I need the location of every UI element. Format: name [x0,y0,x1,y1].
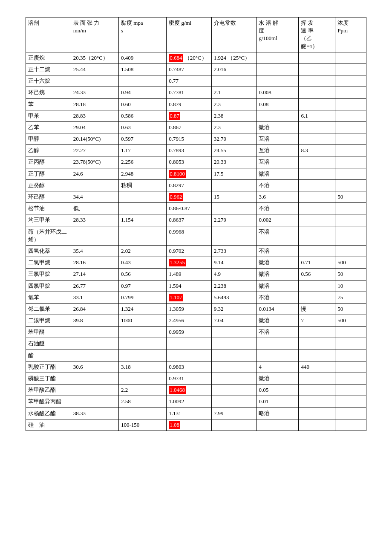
table-row: 四氯甲烷26.770.971.5942.238微溶10 [26,280,366,292]
cell-dielectric: 2.279 [211,214,257,226]
table-row: 磷酸三丁酯0.9731微溶 [26,373,366,384]
table-row: 茚（苯并环戊二烯）0.9968不溶 [26,226,366,245]
cell-viscosity [118,373,166,384]
cell-concentration: 50 [335,191,366,203]
cell-concentration [335,350,366,361]
cell-concentration [335,87,366,98]
cell-density: 0.9702 [167,245,212,257]
cell-viscosity: 0.63 [118,121,166,133]
cell-solvent-name: 乳酸正丁酯 [26,361,71,373]
table-row: 硅 油100-1501.08 [26,419,366,431]
cell-viscosity [118,327,166,338]
cell-surface-tension [71,350,118,361]
cell-solvent-name: 酯 [26,350,71,361]
cell-density: 0.77 [167,75,212,87]
cell-dielectric: 20.33 [211,156,257,168]
cell-solvent-name: 环己烷 [26,87,71,98]
cell-water-solubility: 微溶 [257,168,299,179]
cell-viscosity: 1000 [118,315,166,327]
cell-water-solubility: 0.0134 [257,303,299,315]
cell-solvent-name: 乙醇 [26,145,71,156]
cell-viscosity: 3.18 [118,361,166,373]
cell-dielectric: 2.016 [211,64,257,75]
cell-density: 0.962 [167,191,212,203]
cell-water-solubility: 0.08 [257,98,299,110]
cell-water-solubility: 微溶 [257,315,299,327]
cell-water-solubility: 微溶 [257,280,299,292]
cell-concentration: 50 [335,303,366,315]
cell-solvent-name: 甲苯 [26,110,71,121]
cell-concentration [335,396,366,408]
cell-viscosity: 0.799 [118,292,166,303]
cell-viscosity: 0.97 [118,280,166,292]
cell-water-solubility [257,75,299,87]
cell-concentration [335,52,366,64]
cell-solvent-name: 石油醚 [26,338,71,350]
cell-water-solubility: 略溶 [257,408,299,419]
cell-concentration [335,361,366,373]
cell-evaporation-rate [299,133,335,145]
cell-density [167,350,212,361]
cell-water-solubility: 微溶 [257,121,299,133]
cell-water-solubility: 微溶 [257,257,299,269]
cell-viscosity: 2.256 [118,156,166,168]
cell-dielectric: 2.3 [211,121,257,133]
cell-density: 0.8637 [167,214,212,226]
cell-surface-tension: 26.84 [71,303,118,315]
table-row: 四氢化萘35.42.020.97022.733不溶 [26,245,366,257]
cell-concentration [335,145,366,156]
solvent-properties-table: 溶剂 表 面 张 力mn/m 黏度 mpas 密度 g/ml 介电常数 水 溶 … [26,17,366,431]
cell-evaporation-rate [299,75,335,87]
cell-viscosity [118,191,166,203]
cell-water-solubility: 互溶 [257,145,299,156]
cell-solvent-name: 苯 [26,98,71,110]
cell-dielectric: 17.5 [211,168,257,179]
cell-evaporation-rate: 6.1 [299,110,335,121]
cell-dielectric: 4.9 [211,269,257,280]
cell-concentration: 500 [335,315,366,327]
cell-evaporation-rate [299,350,335,361]
cell-surface-tension [71,373,118,384]
cell-water-solubility: 不溶 [257,292,299,303]
cell-solvent-name: 苯甲酸异丙酯 [26,396,71,408]
cell-solvent-name: 正十二烷 [26,64,71,75]
cell-solvent-name: 苯甲酸乙酯 [26,384,71,396]
cell-viscosity [118,408,166,419]
header-dielectric: 介电常数 [211,17,257,52]
cell-density: 0.7487 [167,64,212,75]
cell-evaporation-rate [299,419,335,431]
cell-viscosity: 2.02 [118,245,166,257]
cell-viscosity: 0.60 [118,98,166,110]
cell-density: 0.7915 [167,133,212,145]
header-evaporation: 挥 发速 率（乙醚=1） [299,17,335,52]
cell-surface-tension: 22.27 [71,145,118,156]
cell-density: 1.489 [167,269,212,280]
cell-surface-tension [71,327,118,338]
cell-viscosity: 2.58 [118,396,166,408]
cell-concentration [335,408,366,419]
cell-solvent-name: 二氯甲烷 [26,257,71,269]
density-highlight: 0.684 [169,54,183,62]
cell-evaporation-rate: 0.56 [299,269,335,280]
cell-dielectric [211,203,257,214]
cell-dielectric [211,419,257,431]
cell-evaporation-rate: 慢 [299,303,335,315]
cell-surface-tension: 20.35（20°C） [71,52,118,64]
cell-solvent-name: 乙苯 [26,121,71,133]
cell-evaporation-rate [299,98,335,110]
cell-dielectric: 2.238 [211,280,257,292]
table-row: 甲苯28.830.5860.872.386.1 [26,110,366,121]
cell-evaporation-rate [299,373,335,384]
cell-surface-tension: 低, [71,203,118,214]
cell-solvent-name: 氯苯 [26,292,71,303]
table-row: 正癸醇粘稠0.8297不溶 [26,179,366,191]
cell-dielectric: 15 [211,191,257,203]
cell-density [167,338,212,350]
cell-water-solubility [257,52,299,64]
cell-water-solubility: 互溶 [257,133,299,145]
cell-solvent-name: 正丁醇 [26,168,71,179]
cell-surface-tension: 28.33 [71,214,118,226]
cell-water-solubility: 不溶 [257,327,299,338]
cell-evaporation-rate [299,214,335,226]
cell-water-solubility: 微溶 [257,269,299,280]
